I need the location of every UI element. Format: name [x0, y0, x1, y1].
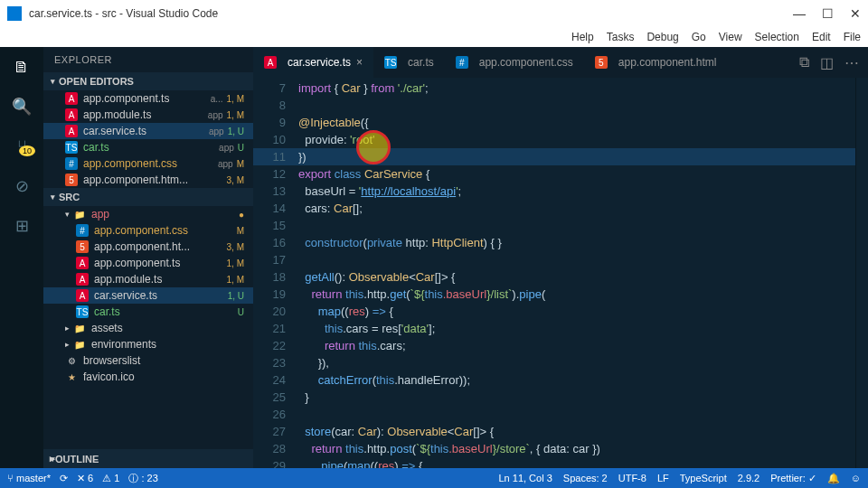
debug-icon[interactable]: ⊘: [11, 175, 33, 197]
window-title: car.service.ts - src - Visual Studio Cod…: [29, 7, 793, 20]
window-controls: — ☐ ✕: [793, 6, 861, 21]
ts-icon: TS: [384, 56, 397, 69]
status-feedback-icon[interactable]: ☺: [851, 473, 861, 484]
code-editor[interactable]: 7import { Car } from './car'; 8 9@Inject…: [253, 78, 855, 468]
status-version[interactable]: 2.9.2: [738, 473, 760, 484]
status-warnings[interactable]: ⚠ 1: [102, 473, 119, 484]
angular-icon: A: [65, 125, 78, 137]
maximize-button[interactable]: ☐: [822, 6, 834, 21]
file-item[interactable]: ★favicon.ico: [43, 369, 253, 385]
status-eol[interactable]: LF: [657, 473, 669, 484]
status-lang[interactable]: TypeScript: [680, 473, 727, 484]
css-icon: #: [65, 157, 78, 170]
file-item[interactable]: 5app.component.ht...3, M: [43, 239, 253, 255]
folder-item[interactable]: ▸📁assets: [43, 320, 253, 336]
open-editor-item[interactable]: 5app.component.htm...3, M: [43, 172, 253, 188]
search-icon[interactable]: 🔍: [11, 96, 33, 117]
source-control-icon[interactable]: ⑂10: [11, 136, 33, 157]
html-icon: 5: [65, 174, 78, 186]
angular-icon: A: [65, 92, 78, 105]
status-bar: ⑂ master* ⟳ ✕ 6 ⚠ 1 ⓘ : 23 Ln 11, Col 3 …: [0, 468, 868, 488]
status-bell-icon[interactable]: 🔔: [827, 473, 840, 484]
open-editor-item[interactable]: Aapp.component.tsa...1, M: [43, 90, 253, 107]
status-info[interactable]: ⓘ : 23: [128, 472, 157, 485]
open-editor-item[interactable]: Aapp.module.tsapp1, M: [43, 107, 253, 123]
open-editors-header[interactable]: OPEN EDITORS: [43, 72, 253, 90]
minimize-button[interactable]: —: [793, 6, 806, 21]
ts-icon: TS: [76, 305, 89, 318]
split-icon[interactable]: ◫: [820, 54, 834, 71]
menu-view[interactable]: View: [719, 31, 742, 43]
status-prettier[interactable]: Prettier: ✓: [770, 473, 816, 484]
tab-car-service[interactable]: Acar.service.ts×: [253, 47, 373, 78]
menu-debug[interactable]: Debug: [646, 31, 678, 43]
activity-bar: 🗎 🔍 ⑂10 ⊘ ⊞: [0, 47, 43, 468]
sidebar: EXPLORER OPEN EDITORS Aapp.component.tsa…: [43, 47, 253, 468]
star-icon: ★: [65, 371, 78, 383]
html-icon: 5: [76, 240, 89, 253]
status-encoding[interactable]: UTF-8: [618, 473, 646, 484]
tab-app-css[interactable]: #app.component.css: [445, 47, 584, 78]
menu-edit[interactable]: Edit: [812, 31, 831, 43]
explorer-icon[interactable]: 🗎: [11, 56, 33, 78]
file-item[interactable]: ⚙browserslist: [43, 352, 253, 369]
tab-actions: ⧉ ◫ ⋯: [790, 54, 868, 71]
open-editor-item[interactable]: Acar.service.tsapp1, U: [43, 123, 253, 139]
tab-app-html[interactable]: 5app.component.html: [584, 47, 728, 78]
outline-header[interactable]: ▸ OUTLINE: [43, 449, 253, 468]
extensions-icon[interactable]: ⊞: [11, 215, 33, 237]
menu-help[interactable]: Help: [571, 31, 594, 43]
angular-icon: A: [264, 56, 277, 69]
menu-selection[interactable]: Selection: [755, 31, 799, 43]
vscode-icon: [7, 6, 22, 21]
file-item[interactable]: Aapp.module.ts1, M: [43, 271, 253, 287]
file-item[interactable]: #app.component.cssM: [43, 222, 253, 239]
explorer-title: EXPLORER: [43, 47, 253, 72]
angular-icon: A: [76, 289, 89, 302]
file-item[interactable]: TScar.tsU: [43, 304, 253, 320]
status-position[interactable]: Ln 11, Col 3: [498, 473, 552, 484]
close-icon[interactable]: ×: [356, 56, 363, 69]
open-editor-item[interactable]: TScar.tsappU: [43, 139, 253, 155]
status-errors[interactable]: ✕ 6: [77, 473, 93, 484]
status-spaces[interactable]: Spaces: 2: [563, 473, 608, 484]
folder-icon: 📁: [73, 208, 86, 221]
src-header[interactable]: SRC: [43, 188, 253, 206]
menu-tasks[interactable]: Tasks: [607, 31, 635, 43]
html-icon: 5: [595, 56, 608, 69]
folder-app[interactable]: ▾📁app●: [43, 206, 253, 222]
css-icon: #: [456, 56, 468, 69]
compare-icon[interactable]: ⧉: [799, 54, 809, 71]
status-sync[interactable]: ⟳: [60, 473, 68, 484]
tab-car[interactable]: TScar.ts: [373, 47, 445, 78]
file-item[interactable]: Acar.service.ts1, U: [43, 287, 253, 304]
folder-item[interactable]: ▸📁environments: [43, 336, 253, 352]
css-icon: #: [76, 224, 89, 237]
editor-tabs: Acar.service.ts× TScar.ts #app.component…: [253, 47, 868, 78]
menu-go[interactable]: Go: [692, 31, 706, 43]
angular-icon: A: [65, 108, 78, 121]
menubar: Help Tasks Debug Go View Selection Edit …: [0, 27, 868, 47]
editor-area: Acar.service.ts× TScar.ts #app.component…: [253, 47, 868, 468]
titlebar: car.service.ts - src - Visual Studio Cod…: [0, 0, 868, 27]
open-editor-item[interactable]: #app.component.cssappM: [43, 155, 253, 172]
file-icon: ⚙: [65, 354, 78, 367]
close-button[interactable]: ✕: [850, 6, 861, 21]
more-icon[interactable]: ⋯: [844, 54, 859, 71]
ts-icon: TS: [65, 141, 78, 154]
menu-file[interactable]: File: [844, 31, 861, 43]
scm-badge: 10: [19, 145, 35, 156]
file-item[interactable]: Aapp.component.ts1, M: [43, 255, 253, 271]
angular-icon: A: [76, 273, 89, 286]
status-branch[interactable]: ⑂ master*: [7, 473, 51, 483]
minimap[interactable]: [855, 78, 868, 468]
angular-icon: A: [76, 257, 89, 269]
folder-icon: 📁: [73, 322, 86, 334]
folder-icon: 📁: [73, 338, 86, 351]
